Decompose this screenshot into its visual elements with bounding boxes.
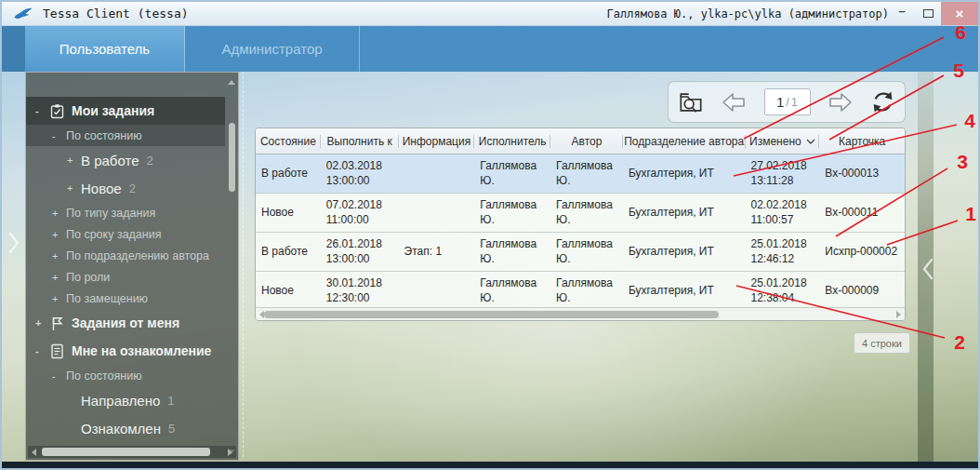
item-count: 2 — [129, 181, 136, 195]
expand-icon[interactable]: + — [67, 154, 81, 166]
sidebar-item-по-замещению[interactable]: +По замещению — [26, 288, 225, 309]
sidebar-item-label: По сроку задания — [66, 228, 161, 241]
column-header-label: Автор — [572, 135, 603, 148]
app-window: Tessa Client (tessa) Галлямова Ю., ylka-… — [0, 0, 980, 470]
column-header-4[interactable]: Автор — [550, 128, 623, 154]
sidebar-item-label: Новое — [81, 181, 122, 196]
next-page-icon[interactable] — [828, 91, 854, 114]
sidebar-item-label: Мне на ознакомление — [72, 343, 211, 358]
cell-info: Этап: 1 — [399, 233, 475, 271]
cell-performer: Галлямова Ю. — [474, 272, 550, 310]
table-horizontal-scrollbar[interactable] — [256, 307, 905, 320]
folder-tree: -Мои задания-По состоянию+В работе2+Ново… — [26, 73, 225, 445]
column-header-5[interactable]: Подразделение автора — [623, 128, 746, 154]
scroll-right-icon[interactable] — [228, 449, 232, 456]
tab-user[interactable]: Пользователь — [25, 26, 185, 72]
sort-descending-icon — [806, 139, 815, 144]
sidebar-item-по-подразделению-автора[interactable]: +По подразделению автора — [26, 245, 225, 266]
cell-performer: Галлямова Ю. — [474, 154, 550, 193]
sidebar-item-label: Задания от меня — [72, 316, 179, 330]
sidebar-item-в-работе[interactable]: +В работе2 — [26, 146, 225, 174]
column-header-label: Состояние — [260, 135, 316, 148]
minimize-button[interactable]: – — [889, 2, 915, 25]
scroll-left-icon[interactable] — [32, 449, 36, 456]
expand-icon[interactable]: + — [52, 208, 66, 219]
previous-page-icon[interactable] — [721, 91, 747, 114]
column-header-label: Информация — [403, 135, 470, 148]
sidebar-item-label: Мои задания — [72, 103, 154, 118]
scroll-up-icon[interactable] — [228, 80, 235, 85]
column-header-label: Изменено — [749, 135, 801, 148]
column-header-0[interactable]: Состояние — [256, 128, 321, 154]
cell-due: 02.03.2018 13:00:00 — [321, 154, 399, 193]
cell-due: 07.02.2018 11:00:00 — [321, 194, 399, 232]
cell-department: Бухгалтерия, ИТ — [623, 154, 746, 193]
column-header-7[interactable]: Карточка — [819, 128, 905, 154]
row-count-badge: 4 строки — [854, 332, 910, 354]
cell-state: Новое — [256, 272, 321, 310]
cell-author: Галлямова Ю. — [550, 154, 623, 193]
collapse-icon[interactable]: - — [35, 105, 49, 116]
sidebar-item-мне-на-ознакомление[interactable]: -Мне на ознакомление — [26, 337, 225, 365]
sidebar-item-новое[interactable]: +Новое2 — [26, 174, 225, 202]
table-row[interactable]: В работе02.03.2018 13:00:00Галлямова Ю.Г… — [256, 154, 905, 194]
sidebar-item-label: Направлено — [81, 393, 160, 409]
sidebar-item-по-состоянию[interactable]: -По состоянию — [26, 365, 225, 386]
table-row[interactable]: Новое07.02.2018 11:00:00Галлямова Ю.Галл… — [256, 194, 905, 233]
column-header-3[interactable]: Исполнитель — [474, 128, 550, 154]
cell-state: Новое — [256, 194, 321, 232]
sidebar-item-по-роли[interactable]: +По роли — [26, 266, 225, 288]
document-icon — [49, 343, 65, 359]
item-count: 2 — [147, 154, 153, 168]
collapse-icon[interactable]: - — [52, 370, 66, 382]
expand-icon[interactable]: + — [52, 293, 66, 304]
collapse-icon[interactable]: - — [35, 345, 49, 356]
refresh-icon[interactable] — [870, 89, 895, 114]
sidebar-horizontal-scrollbar[interactable] — [28, 446, 236, 458]
cell-performer: Галлямова Ю. — [474, 194, 550, 232]
maximize-button[interactable] — [915, 2, 941, 25]
sidebar-item-label: По роли — [66, 271, 110, 284]
sidebar-item-ознакомлен[interactable]: Ознакомлен5 — [26, 414, 225, 442]
sidebar-item-по-состоянию[interactable]: -По состоянию — [26, 125, 225, 146]
sidebar-item-по-сроку-задания[interactable]: +По сроку задания — [26, 223, 225, 245]
item-count: 5 — [168, 422, 175, 436]
column-header-6[interactable]: Изменено — [746, 128, 820, 154]
window-bottom-edge — [2, 462, 978, 468]
sidebar-item-задания-от-меня[interactable]: +Задания от меня — [26, 309, 225, 337]
sidebar-item-label: По состоянию — [66, 369, 142, 383]
column-header-1[interactable]: Выполнить к — [321, 128, 399, 154]
table-row[interactable]: В работе26.01.2018 13:00:00Этап: 1Галлям… — [256, 233, 905, 272]
tab-administrator[interactable]: Администратор — [185, 26, 360, 72]
sidebar-splitter[interactable] — [243, 72, 244, 457]
cell-performer: Галлямова Ю. — [474, 233, 550, 271]
current-page: 1 — [776, 94, 784, 110]
collapse-icon[interactable]: - — [52, 130, 66, 141]
clipboard-check-icon — [49, 103, 65, 119]
scrollbar-thumb[interactable] — [42, 448, 210, 456]
flag-icon — [49, 316, 65, 331]
close-button[interactable]: × — [941, 2, 978, 25]
expand-left-panel-icon[interactable] — [6, 229, 22, 257]
sidebar-item-мои-задания[interactable]: -Мои задания — [26, 97, 225, 125]
expand-icon[interactable]: + — [52, 229, 66, 240]
scrollbar-thumb[interactable] — [264, 311, 719, 318]
saved-search-icon[interactable] — [678, 90, 704, 114]
sidebar-item-label: По подразделению автора — [66, 249, 209, 262]
cell-info — [399, 272, 475, 310]
table-row[interactable]: Новое30.01.2018 12:30:00Галлямова Ю.Галл… — [256, 272, 905, 311]
scrollbar-thumb[interactable] — [229, 123, 235, 192]
scroll-right-icon[interactable] — [896, 311, 901, 318]
sidebar-item-направлено[interactable]: Направлено1 — [26, 386, 225, 414]
expand-icon[interactable]: + — [52, 250, 66, 262]
sidebar-item[interactable] — [26, 442, 225, 445]
sidebar-vertical-scrollbar[interactable] — [228, 93, 236, 441]
expand-right-panel-icon[interactable] — [920, 255, 936, 283]
sidebar-item-по-типу-задания[interactable]: +По типу задания — [26, 202, 225, 223]
sidebar-item-label: В работе — [81, 153, 139, 168]
expand-icon[interactable]: + — [52, 272, 66, 283]
column-header-2[interactable]: Информация — [399, 128, 475, 154]
expand-icon[interactable]: + — [67, 182, 81, 194]
expand-icon[interactable]: + — [35, 317, 49, 329]
page-number-input[interactable]: 1 / 1 — [764, 88, 811, 115]
